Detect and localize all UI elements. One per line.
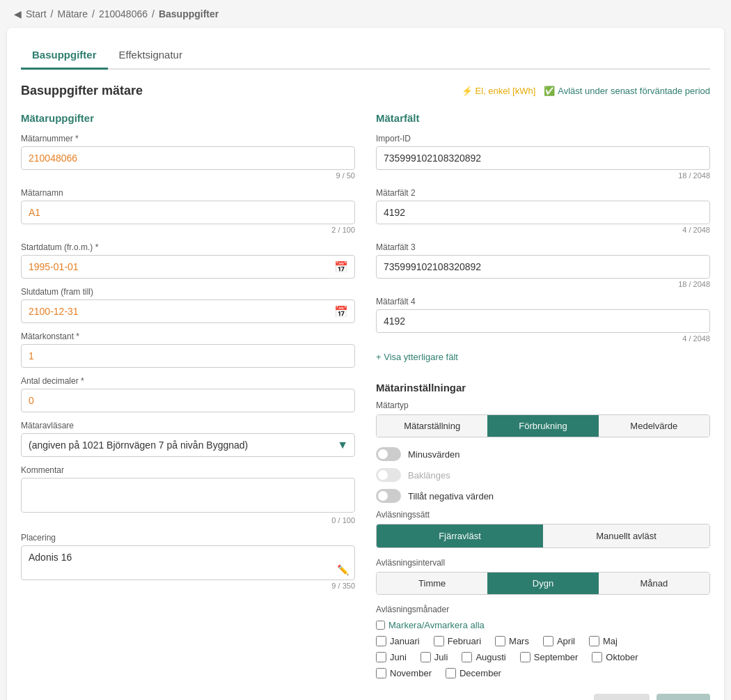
breadcrumb-start[interactable]: Start (26, 8, 47, 20)
matarfalt4-count: 4 / 2048 (376, 334, 710, 343)
mataruppgifter-title: Mätaruppgifter (21, 112, 355, 124)
augusti-label: Augusti (475, 652, 505, 662)
breadcrumb-matare[interactable]: Mätare (57, 8, 88, 20)
month-april[interactable]: April (543, 636, 575, 646)
avlast-badge: ✅ Avläst under senast förväntade period (544, 86, 710, 96)
month-maj[interactable]: Maj (589, 636, 618, 646)
select-all-checkbox[interactable] (376, 621, 385, 630)
btn-manad[interactable]: Månad (599, 573, 709, 594)
matarkonstant-input[interactable] (21, 344, 355, 368)
cancel-button[interactable]: Avbryt (594, 694, 649, 700)
calendar-icon-start[interactable]: 📅 (334, 260, 348, 274)
slutdatum-wrapper: 📅 (21, 300, 355, 323)
cb-juli[interactable] (420, 652, 431, 662)
cb-september[interactable] (520, 652, 530, 662)
matarnummer-input[interactable] (21, 146, 355, 170)
edit-icon[interactable]: ✏️ (337, 564, 349, 575)
kommentar-textarea[interactable] (21, 478, 355, 513)
btn-manuellt[interactable]: Manuellt avläst (543, 524, 709, 547)
mataravlasare-label: Mätaravläsare (21, 421, 355, 430)
slutdatum-input[interactable] (21, 300, 355, 323)
visa-falt-link[interactable]: + Visa ytterligare fält (376, 352, 458, 362)
matarfalt3-label: Mätarfält 3 (376, 242, 710, 252)
startdatum-group: Startdatum (fr.o.m.) * 📅 (21, 242, 355, 279)
month-februari[interactable]: Februari (434, 636, 481, 646)
tab-basuppgifter[interactable]: Basuppgifter (21, 42, 108, 70)
matatartyp-group: Mätarställning Förbrukning Medelvärde (376, 414, 710, 437)
matarfalt-title: Mätarfält (376, 112, 710, 124)
minusvaerden-toggle[interactable] (376, 447, 401, 461)
baklanges-toggle[interactable] (376, 468, 401, 482)
matarfalt2-label: Mätarfält 2 (376, 188, 710, 198)
avlast-label: Avläst under senast förväntade period (558, 86, 710, 96)
matarnamn-group: Mätarnamn 2 / 100 (21, 188, 355, 234)
month-januari[interactable]: Januari (376, 636, 420, 646)
startdatum-label: Startdatum (fr.o.m.) * (21, 242, 355, 252)
btn-timme[interactable]: Timme (377, 573, 487, 594)
cb-mars[interactable] (495, 636, 505, 646)
cb-februari[interactable] (434, 636, 444, 646)
btn-dygn[interactable]: Dygn (487, 573, 598, 594)
minusvaerden-row: Minusvärden (376, 447, 710, 461)
matarnummer-count: 9 / 50 (21, 171, 355, 180)
months-row3: November December (376, 668, 710, 678)
breadcrumb-id[interactable]: 210048066 (99, 8, 148, 20)
matarnummer-label: Mätarnummer * (21, 134, 355, 143)
avlasningsintervall-label: Avläsningsintervall (376, 558, 710, 568)
month-juli[interactable]: Juli (420, 652, 448, 662)
select-all-item[interactable]: Markera/Avmarkera alla (376, 620, 710, 630)
btn-fjarravlast[interactable]: Fjärravläst (377, 524, 543, 547)
cb-oktober[interactable] (592, 652, 602, 662)
antal-decimaler-input[interactable] (21, 389, 355, 412)
month-december[interactable]: December (446, 668, 501, 678)
tillat-negativa-toggle[interactable] (376, 489, 401, 503)
month-november[interactable]: November (376, 668, 432, 678)
footer-buttons: Avbryt Spara (21, 684, 710, 700)
tillat-negativa-label: Tillåt negativa värden (408, 491, 494, 501)
btn-matarstallning[interactable]: Mätarställning (377, 415, 487, 437)
cb-november[interactable] (376, 668, 386, 678)
month-oktober[interactable]: Oktober (592, 652, 638, 662)
month-september[interactable]: September (520, 652, 579, 662)
month-juni[interactable]: Juni (376, 652, 407, 662)
avlasningsmånader-label: Avläsningsmånader (376, 605, 710, 614)
startdatum-input[interactable] (21, 255, 355, 279)
februari-label: Februari (448, 636, 481, 646)
matarkonstant-label: Mätarkonstant * (21, 332, 355, 341)
section-title: Basuppgifter mätare (21, 84, 143, 98)
dropdown-icon[interactable]: ▼ (337, 439, 348, 451)
right-col: Mätarfält Import-ID 18 / 2048 Mätarfält … (376, 112, 710, 684)
cb-december[interactable] (446, 668, 456, 678)
btn-medelvarde[interactable]: Medelvärde (599, 415, 709, 437)
mataravlasare-wrapper: ▼ (21, 433, 355, 457)
month-mars[interactable]: Mars (495, 636, 529, 646)
kommentar-count: 0 / 100 (21, 516, 355, 524)
matarfalt2-input[interactable] (376, 201, 710, 224)
importid-label: Import-ID (376, 134, 710, 143)
cb-juni[interactable] (376, 652, 386, 662)
btn-forbrukning[interactable]: Förbrukning (487, 415, 598, 437)
importid-input[interactable] (376, 146, 710, 170)
month-augusti[interactable]: Augusti (462, 652, 505, 662)
cb-maj[interactable] (589, 636, 599, 646)
tab-effektsignatur[interactable]: Effektsignatur (108, 42, 194, 70)
breadcrumb-sep2: / (92, 8, 95, 20)
matarnamn-input[interactable] (21, 201, 355, 224)
matarfalt3-group: Mätarfält 3 18 / 2048 (376, 242, 710, 288)
back-arrow[interactable]: ◀ (14, 8, 22, 20)
cb-januari[interactable] (376, 636, 386, 646)
november-label: November (390, 668, 432, 678)
mataravlasare-group: Mätaravläsare ▼ (21, 421, 355, 457)
save-button[interactable]: Spara (657, 694, 710, 700)
tab-bar: Basuppgifter Effektsignatur (21, 42, 710, 70)
matarnamn-count: 2 / 100 (21, 226, 355, 234)
cb-april[interactable] (543, 636, 553, 646)
matarfalt4-input[interactable] (376, 309, 710, 333)
calendar-icon-end[interactable]: 📅 (334, 305, 348, 318)
matarfalt3-input[interactable] (376, 255, 710, 279)
cb-augusti[interactable] (462, 652, 472, 662)
matatartyp-label: Mätartyp (376, 400, 710, 410)
startdatum-wrapper: 📅 (21, 255, 355, 279)
mataravlasare-input[interactable] (21, 433, 355, 457)
matarfalt3-count: 18 / 2048 (376, 280, 710, 288)
